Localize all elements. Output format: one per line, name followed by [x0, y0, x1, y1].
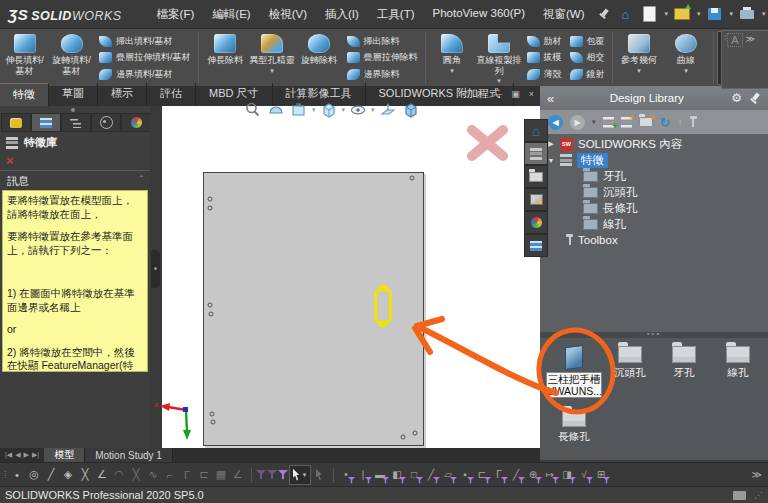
cancel-button[interactable]: × — [6, 153, 14, 168]
boundary-boss-button[interactable]: 邊界填料/基材 — [97, 68, 193, 81]
swept-boss-button[interactable]: 掃出填料/基材 — [97, 35, 193, 48]
file-explorer-tab[interactable] — [524, 165, 548, 188]
linear-pattern-button[interactable]: 直線複製排列 ▾ — [476, 31, 523, 85]
intersect-button[interactable]: 相交 — [568, 51, 607, 64]
curves-button[interactable]: 曲線 ▾ — [663, 31, 710, 85]
select-cursor-button[interactable]: ▾ — [289, 465, 311, 485]
annotation-tool-icon[interactable]: A — [727, 33, 742, 47]
shell-button[interactable]: 薄殼 — [525, 68, 564, 81]
new-document-button[interactable] — [640, 5, 660, 23]
featuremanager-tab[interactable] — [31, 113, 61, 132]
appearances-tab[interactable] — [524, 211, 548, 234]
tab-scroll-button[interactable]: ▶| — [32, 451, 39, 459]
menu-item[interactable]: 插入(I) — [316, 3, 368, 26]
selection-filter-icon[interactable]: • — [338, 466, 355, 484]
add-to-library-icon[interactable]: + — [603, 117, 614, 128]
prev-doc-button[interactable]: ◁ — [461, 89, 468, 99]
lofted-cut-button[interactable]: 疊層拉伸除料 — [345, 51, 420, 64]
hide-show-items-icon[interactable] — [348, 100, 368, 120]
sketch-tool-icon[interactable]: ∠ — [94, 466, 111, 484]
extruded-cut-button[interactable]: 伸長除料 — [202, 31, 249, 85]
doc-close-button[interactable]: × — [529, 89, 534, 99]
panel-splitter[interactable] — [150, 106, 162, 448]
menu-item[interactable]: 編輯(E) — [203, 3, 259, 26]
fillet-button[interactable]: 圓角 ▾ — [429, 31, 476, 85]
sketch-tool-icon[interactable]: ▦ — [213, 466, 230, 484]
sketch-tool-icon[interactable]: ╳ — [128, 466, 145, 484]
menu-item[interactable]: 視窗(W) — [534, 3, 594, 26]
zoom-to-fit-icon[interactable] — [243, 100, 263, 120]
display-style-icon[interactable] — [319, 100, 339, 120]
reference-geometry-caret[interactable]: ▾ — [637, 67, 641, 75]
view-orientation-icon[interactable] — [289, 100, 309, 120]
save-caret[interactable]: ▾ — [730, 10, 734, 18]
selection-filter-icon[interactable]: √ — [576, 466, 593, 484]
model-tab[interactable]: Motion Study 1 — [85, 448, 173, 462]
sketch-tool-icon[interactable]: ◈ — [60, 466, 77, 484]
fillet-caret[interactable]: ▾ — [450, 67, 454, 75]
new-document-caret[interactable]: ▾ — [665, 10, 669, 18]
selection-filter-icon[interactable]: Γ — [491, 466, 508, 484]
menu-item[interactable]: 檔案(F) — [148, 3, 204, 26]
part-face[interactable] — [203, 172, 424, 446]
graphics-viewport[interactable] — [162, 106, 540, 448]
tree-item-toolbox[interactable]: Toolbox — [540, 232, 768, 248]
save-button[interactable] — [705, 5, 725, 23]
print-caret[interactable]: ▾ — [762, 10, 766, 18]
tree-item-thread-holes[interactable]: 牙孔 — [540, 168, 768, 184]
resize-grip[interactable]: ⋰ — [754, 490, 763, 500]
selection-filter-icon[interactable]: ╱ — [423, 466, 440, 484]
selection-filter-toggle-icon[interactable] — [278, 470, 288, 480]
toolbar-grip[interactable]: ⁞ — [724, 33, 725, 42]
sketch-tool-icon[interactable]: ╳ — [77, 466, 94, 484]
tab-scroll-button[interactable]: ◀ — [15, 451, 20, 459]
sketch-tool-icon[interactable]: ∠ — [230, 466, 247, 484]
expand-arrow-icon[interactable]: ▶ — [547, 140, 555, 148]
selection-filter-icon[interactable]: ╱ — [508, 466, 525, 484]
library-item-counterbore[interactable]: 沉頭孔 — [602, 346, 658, 378]
configurationmanager-tab[interactable] — [61, 113, 91, 132]
boundary-cut-button[interactable]: 邊界除料 — [345, 68, 420, 81]
design-library-tab[interactable] — [524, 142, 548, 165]
refresh-icon[interactable]: ↻ — [660, 115, 671, 130]
tab-scroll-button[interactable]: ▶ — [24, 451, 29, 459]
sketch-tool-icon[interactable]: ◠ — [111, 466, 128, 484]
collapse-section-icon[interactable]: ˆ — [140, 174, 143, 184]
menu-item[interactable]: 工具(T) — [368, 3, 424, 26]
swept-cut-button[interactable]: 掃出除料 — [345, 35, 420, 48]
revolved-cut-button[interactable]: 旋轉除料 — [296, 31, 343, 85]
sketch-tool-icon[interactable]: Γ — [179, 466, 196, 484]
create-new-folder-icon[interactable]: ✳ — [639, 117, 653, 127]
pin-pane-icon[interactable] — [750, 93, 761, 104]
back-button[interactable]: ◀ — [548, 115, 563, 130]
history-caret[interactable]: ▾ — [592, 118, 596, 126]
section-view-icon[interactable] — [266, 100, 286, 120]
lofted-boss-button[interactable]: 疊層拉伸填料/基材 — [97, 51, 193, 64]
selection-filter-icon[interactable]: ⊞ — [593, 466, 610, 484]
sketch-tool-icon[interactable]: ∿ — [145, 466, 162, 484]
model-tab[interactable]: 模型 — [44, 448, 85, 462]
toolbar-grip[interactable]: ⁞ — [4, 470, 6, 480]
tree-item-solidworks-content[interactable]: ▶ SW SOLIDWORKS 內容 — [540, 136, 768, 152]
toolbar-more-chevron[interactable]: ≫ — [752, 469, 766, 480]
library-item-wire[interactable]: 線孔 — [710, 346, 766, 378]
library-item-thread[interactable]: 牙孔 — [656, 346, 712, 378]
library-item-handle-slot[interactable]: 三柱把手槽 UWAUNS... — [546, 346, 602, 398]
tree-item-wire-holes[interactable]: 線孔 — [540, 216, 768, 232]
next-doc-button[interactable]: ▷ — [477, 89, 484, 99]
apply-scene-icon[interactable] — [401, 100, 421, 120]
home-button[interactable]: ⌂ — [616, 5, 636, 23]
selection-filter-icon[interactable]: □ — [406, 466, 423, 484]
open-button[interactable] — [672, 5, 692, 23]
doc-minimize-button[interactable]: — — [493, 89, 502, 99]
sketch-tool-icon[interactable]: ⊏ — [196, 466, 213, 484]
command-tab[interactable]: 特徵 — [0, 83, 49, 106]
dimxpertmanager-tab[interactable] — [91, 113, 121, 132]
menu-item[interactable]: 檢視(V) — [260, 3, 316, 26]
library-item-slot[interactable]: 長條孔 — [546, 410, 602, 442]
filter-off-icon[interactable] — [267, 470, 277, 480]
tree-item-features[interactable]: ▼ 特徵 — [540, 152, 768, 168]
sketch-tool-icon[interactable]: ⌐ — [162, 466, 179, 484]
display-style-caret[interactable]: ▾ — [342, 106, 346, 114]
reference-geometry-button[interactable]: 參考幾何 ▾ — [616, 31, 663, 85]
